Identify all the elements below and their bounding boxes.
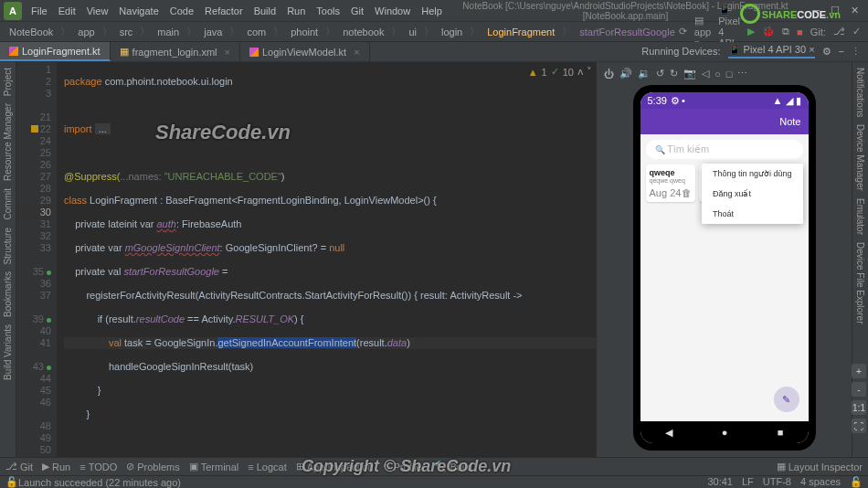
git-branch-icon[interactable]: ⎇ [833, 26, 845, 37]
crumb-member[interactable]: startForResultGoogle [576, 27, 679, 37]
globe-icon [740, 4, 760, 24]
rail-commit[interactable]: Commit [3, 188, 13, 219]
zoom-reset-button[interactable]: 1:1 [852, 400, 866, 415]
overview-icon[interactable]: □ [726, 69, 733, 80]
menu-code[interactable]: Code [164, 5, 199, 16]
profile-icon[interactable]: ⧉ [782, 26, 789, 37]
crumb[interactable]: src [116, 27, 137, 37]
search-field[interactable]: 🔍 Tìm kiếm [646, 140, 803, 159]
battery-icon: ▮ [796, 95, 801, 107]
nav-overview-icon[interactable]: ■ [778, 427, 784, 438]
lock-icon[interactable]: 🔓 [5, 476, 18, 488]
menu-window[interactable]: Window [369, 5, 416, 16]
phone-screen[interactable]: 5:39 ⚙ • ▲◢▮ Note Thông tin người dùng Đ… [640, 92, 809, 443]
menu-tools[interactable]: Tools [311, 5, 345, 16]
crumb[interactable]: main [153, 27, 183, 37]
note-card[interactable]: qweqeqeqwe qweqAug 24🗑 [646, 164, 696, 202]
code-area[interactable]: package com.phoint.notebook.ui.login imp… [57, 62, 596, 457]
sync-icon[interactable]: ⟳ [679, 26, 687, 37]
run-button[interactable]: ▶ [747, 26, 755, 37]
tool-git[interactable]: ⎇ Git [5, 461, 33, 472]
menu-refactor[interactable]: Refactor [199, 5, 249, 16]
menu-edit[interactable]: Edit [53, 5, 81, 16]
file-encoding[interactable]: UTF-8 [763, 476, 791, 488]
readonly-icon[interactable]: 🔓 [850, 476, 863, 488]
tab-close-icon[interactable]: × [225, 47, 230, 58]
menu-view[interactable]: View [81, 5, 114, 16]
menu-git[interactable]: Git [345, 5, 369, 16]
zoom-fit-button[interactable]: ⛶ [852, 419, 866, 433]
tool-terminal[interactable]: ▣ Terminal [189, 461, 239, 472]
volume-down-icon[interactable]: 🔉 [638, 68, 651, 80]
git-update-icon[interactable]: ✓ [852, 26, 861, 37]
back-icon[interactable]: ◁ [702, 68, 709, 80]
rotate-right-icon[interactable]: ↻ [670, 68, 678, 80]
rail-structure[interactable]: Structure [3, 228, 13, 265]
rail-notifications[interactable]: Notifications [855, 68, 865, 117]
crumb[interactable]: ui [405, 27, 420, 37]
crumb[interactable]: NoteBook [5, 27, 57, 37]
rail-project[interactable]: Project [3, 68, 13, 96]
menu-item-exit[interactable]: Thoát [702, 204, 803, 224]
running-device-tab[interactable]: 📱 Pixel 4 API 30 × [728, 44, 815, 58]
menu-item-logout[interactable]: Đăng xuất [702, 184, 803, 204]
rail-device-file-explorer[interactable]: Device File Explorer [855, 242, 865, 324]
tab-close-icon[interactable]: × [354, 47, 359, 58]
menu-run[interactable]: Run [281, 5, 311, 16]
tool-layout-inspector[interactable]: ▦ Layout Inspector [777, 461, 863, 472]
crumb[interactable]: login [438, 27, 466, 37]
volume-up-icon[interactable]: 🔊 [619, 68, 632, 80]
caret-position[interactable]: 30:41 [707, 476, 733, 488]
tool-app-inspection[interactable]: ⊞ App Inspection [296, 461, 374, 472]
tool-build[interactable]: 🔨 Build [434, 461, 471, 472]
crumb-class[interactable]: LoginFragment [483, 27, 558, 37]
home-icon[interactable]: ○ [715, 69, 721, 80]
tool-todo[interactable]: ≡ TODO [79, 461, 117, 472]
indent-info[interactable]: 4 spaces [800, 476, 841, 488]
running-devices-label: Running Devices: [641, 46, 720, 57]
crumb[interactable]: com [243, 27, 270, 37]
tab-fragment-login-xml[interactable]: ▦fragment_login.xml× [111, 42, 240, 61]
code-editor[interactable]: ▲1 ✓10 ʌ ˅ 123 21222425 26272829 3031323… [16, 62, 596, 457]
rail-resource-manager[interactable]: Resource Manager [3, 103, 13, 181]
gear-icon[interactable]: ⚙ [822, 46, 831, 58]
trash-icon[interactable]: 🗑 [682, 187, 692, 198]
inspections-widget[interactable]: ▲1 ✓10 ʌ ˅ [528, 66, 592, 78]
zoom-out-button[interactable]: - [852, 382, 866, 397]
menu-help[interactable]: Help [416, 5, 448, 16]
tool-logcat[interactable]: ≡ Logcat [248, 461, 286, 472]
menu-build[interactable]: Build [249, 5, 281, 16]
tool-problems[interactable]: ⊘ Problems [126, 461, 179, 472]
menu-item-userinfo[interactable]: Thông tin người dùng [702, 164, 803, 184]
fab-add-note[interactable]: ✎ [774, 387, 799, 412]
tab-loginviewmodel[interactable]: LoginViewModel.kt× [240, 42, 370, 61]
debug-button[interactable]: 🐞 [762, 26, 775, 37]
line-separator[interactable]: LF [742, 476, 754, 488]
power-icon[interactable]: ⏻ [604, 69, 614, 80]
crumb[interactable]: notebook [339, 27, 387, 37]
tab-loginfragment[interactable]: LoginFragment.kt [0, 42, 111, 61]
rail-device-manager[interactable]: Device Manager [855, 124, 865, 191]
nav-back-icon[interactable]: ◀ [665, 427, 672, 439]
menu-navigate[interactable]: Navigate [113, 5, 164, 16]
crumb[interactable]: phoint [287, 27, 322, 37]
kotlin-icon [9, 47, 18, 56]
tool-run[interactable]: ▶ Run [42, 461, 70, 472]
rotate-left-icon[interactable]: ↺ [656, 68, 664, 80]
menu-file[interactable]: File [26, 5, 53, 16]
stop-button[interactable]: ■ [797, 27, 803, 37]
rail-build-variants[interactable]: Build Variants [3, 324, 13, 380]
crumb[interactable]: app [74, 27, 98, 37]
tool-profiler[interactable]: ∿ Profiler [383, 461, 426, 472]
more-icon[interactable]: ⋯ [737, 68, 747, 80]
rail-bookmarks[interactable]: Bookmarks [3, 271, 13, 317]
check-icon: ✓ [551, 66, 559, 78]
screenshot-icon[interactable]: 📷 [683, 68, 696, 80]
gutter[interactable]: 123 21222425 26272829 30313233 353637 39… [16, 62, 57, 457]
zoom-in-button[interactable]: + [852, 364, 866, 378]
bottom-tool-bar: ⎇ Git ▶ Run ≡ TODO ⊘ Problems ▣ Terminal… [0, 457, 868, 475]
minimize-panel-icon[interactable]: − [839, 46, 844, 57]
rail-emulator[interactable]: Emulator [855, 198, 865, 235]
nav-home-icon[interactable]: ● [722, 427, 728, 438]
crumb[interactable]: java [200, 27, 226, 37]
